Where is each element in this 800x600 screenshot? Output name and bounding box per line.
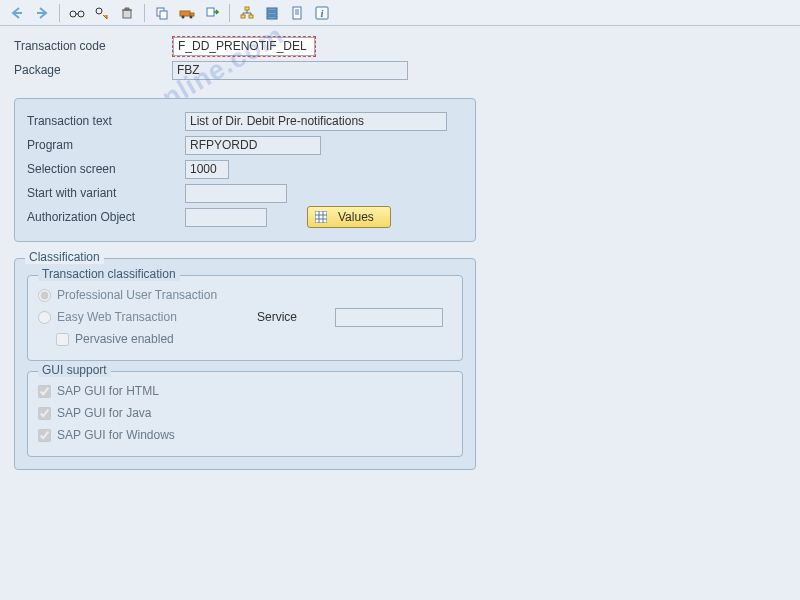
pervasive-checkbox[interactable] [56,333,69,346]
delete-icon[interactable] [116,3,138,23]
start-variant-label: Start with variant [27,186,185,200]
stack-icon[interactable] [261,3,283,23]
start-variant-row: Start with variant [27,181,463,205]
forward-button[interactable] [31,3,53,23]
gui-java-row: SAP GUI for Java [38,402,452,424]
svg-rect-14 [267,8,277,11]
prof-user-radio[interactable] [38,289,51,302]
details-group: Transaction text Program Selection scree… [14,98,476,242]
easy-web-radio[interactable] [38,311,51,324]
auth-object-row: Authorization Object Values [27,205,463,229]
hierarchy-icon[interactable] [236,3,258,23]
service-input [335,308,443,327]
display-change-icon[interactable] [91,3,113,23]
gui-support-group: GUI support SAP GUI for HTML SAP GUI for… [27,371,463,457]
transaction-code-highlight [172,36,316,57]
transaction-code-label: Transaction code [14,39,172,53]
pervasive-row: Pervasive enabled [38,328,452,350]
service-label: Service [257,310,335,324]
start-variant-input [185,184,287,203]
transaction-classification-title: Transaction classification [38,267,180,281]
variant-icon[interactable] [201,3,223,23]
gui-win-row: SAP GUI for Windows [38,424,452,446]
gui-support-title: GUI support [38,363,111,377]
auth-object-input [185,208,267,227]
toolbar-separator [59,4,60,22]
main-content: Transaction code Package Transaction tex… [0,26,800,478]
svg-point-0 [70,11,76,17]
gui-win-checkbox[interactable] [38,429,51,442]
svg-rect-16 [267,16,277,19]
pervasive-label: Pervasive enabled [75,332,174,346]
transaction-text-label: Transaction text [27,114,185,128]
svg-rect-5 [160,11,167,19]
transaction-classification-group: Transaction classification Professional … [27,275,463,361]
classification-title: Classification [25,250,104,264]
package-row: Package [14,58,786,82]
package-input [172,61,408,80]
copy-icon[interactable] [151,3,173,23]
package-label: Package [14,63,172,77]
svg-rect-20 [315,211,327,223]
svg-rect-7 [190,13,194,16]
gui-win-label: SAP GUI for Windows [57,428,175,442]
svg-rect-3 [123,10,131,18]
svg-rect-15 [267,12,277,15]
svg-rect-6 [180,11,190,16]
selection-screen-row: Selection screen [27,157,463,181]
transaction-text-input [185,112,447,131]
svg-rect-10 [207,8,214,16]
auth-object-label: Authorization Object [27,210,185,224]
gui-java-label: SAP GUI for Java [57,406,151,420]
svg-rect-17 [293,7,301,19]
back-button[interactable] [6,3,28,23]
toolbar: i [0,0,800,26]
toolbar-separator [229,4,230,22]
svg-point-1 [78,11,84,17]
prof-user-radio-row: Professional User Transaction [38,284,452,306]
easy-web-label: Easy Web Transaction [57,310,257,324]
gui-html-row: SAP GUI for HTML [38,380,452,402]
gui-html-checkbox[interactable] [38,385,51,398]
program-input [185,136,321,155]
program-row: Program [27,133,463,157]
svg-rect-13 [249,15,253,18]
svg-point-9 [190,15,193,18]
values-button-label: Values [338,210,374,224]
svg-rect-12 [241,15,245,18]
glasses-icon[interactable] [66,3,88,23]
grid-icon [314,210,328,224]
selection-screen-label: Selection screen [27,162,185,176]
selection-screen-input [185,160,229,179]
document-icon[interactable] [286,3,308,23]
classification-group: Classification Transaction classificatio… [14,258,476,470]
transaction-code-row: Transaction code [14,34,786,58]
gui-java-checkbox[interactable] [38,407,51,420]
transaction-text-row: Transaction text [27,109,463,133]
svg-rect-11 [245,7,249,10]
info-icon[interactable]: i [311,3,333,23]
gui-html-label: SAP GUI for HTML [57,384,159,398]
program-label: Program [27,138,185,152]
transport-icon[interactable] [176,3,198,23]
values-button[interactable]: Values [307,206,391,228]
svg-point-8 [182,15,185,18]
prof-user-label: Professional User Transaction [57,288,217,302]
toolbar-separator [144,4,145,22]
svg-point-2 [96,8,102,14]
easy-web-radio-row: Easy Web Transaction Service [38,306,452,328]
transaction-code-input[interactable] [173,37,315,56]
